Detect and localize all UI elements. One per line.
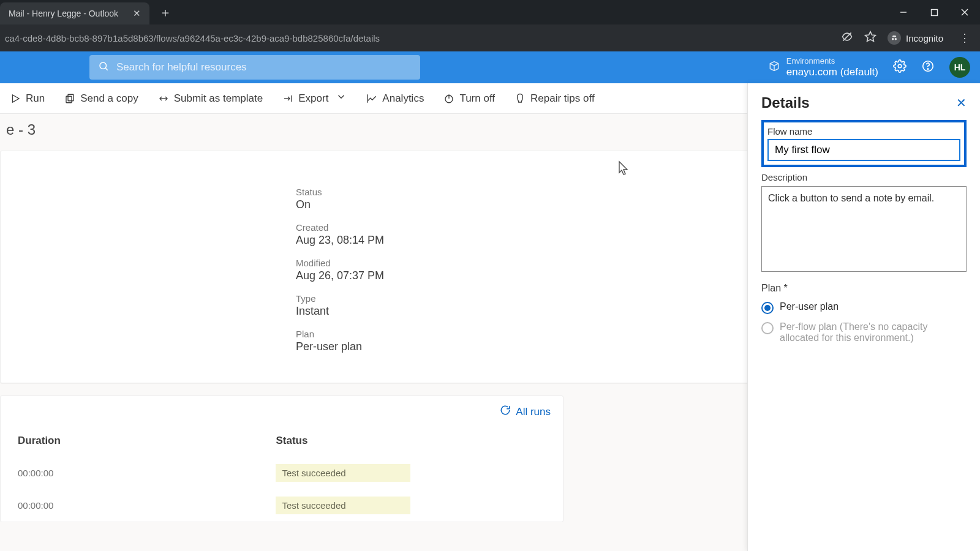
- details-panel: Details ✕ Flow name Description Plan * P…: [747, 83, 980, 551]
- plan-label: Plan: [296, 329, 765, 339]
- svg-marker-14: [13, 95, 20, 102]
- repair-tips-label: Repair tips off: [530, 92, 595, 105]
- submit-template-button[interactable]: Submit as template: [151, 92, 271, 105]
- search-input[interactable]: [116, 61, 412, 73]
- status-field: Status On: [296, 187, 765, 211]
- bookmark-star-icon[interactable]: [864, 31, 876, 45]
- radio-unchecked-icon: [761, 322, 774, 334]
- plan-option2-label: Per-flow plan (There's no capacity alloc…: [780, 321, 967, 343]
- details-card: Edit Status On Created Aug 23, 08:14 PM …: [0, 151, 779, 383]
- type-label: Type: [296, 293, 765, 304]
- send-copy-button[interactable]: Send a copy: [57, 92, 146, 105]
- search-icon: [98, 61, 109, 74]
- type-field: Type Instant: [296, 293, 765, 318]
- type-value: Instant: [296, 305, 765, 318]
- panel-title: Details: [761, 94, 810, 111]
- send-copy-label: Send a copy: [80, 92, 138, 105]
- svg-point-8: [100, 62, 107, 69]
- col-status: Status: [271, 425, 551, 457]
- eye-off-icon[interactable]: [841, 31, 853, 45]
- chevron-down-icon: [336, 91, 347, 105]
- analytics-button[interactable]: Analytics: [359, 92, 431, 105]
- url-text[interactable]: ca4-cde8-4d8b-bcb8-897b1a5d8b63/flows/a9…: [5, 33, 841, 43]
- browser-tab-title: Mail - Henry Legge - Outlook: [9, 9, 118, 18]
- svg-rect-16: [66, 96, 72, 103]
- plan-option-per-flow[interactable]: Per-flow plan (There's no capacity alloc…: [761, 321, 967, 343]
- runs-card: All runs Duration Status 00:00:00 Test s…: [0, 395, 564, 522]
- help-icon[interactable]: [921, 59, 935, 75]
- description-input[interactable]: [761, 186, 967, 272]
- plan-label: Plan *: [761, 283, 967, 294]
- gear-icon[interactable]: [893, 59, 907, 75]
- turn-off-label: Turn off: [459, 92, 495, 105]
- created-field: Created Aug 23, 08:14 PM: [296, 222, 765, 247]
- analytics-label: Analytics: [382, 92, 424, 105]
- table-row[interactable]: 00:00:00 Test succeeded: [13, 457, 551, 489]
- duration-cell: 00:00:00: [13, 489, 271, 522]
- incognito-indicator[interactable]: Incognito: [888, 31, 943, 45]
- svg-point-7: [895, 38, 897, 40]
- export-label: Export: [298, 92, 328, 105]
- avatar-initials: HL: [954, 62, 966, 72]
- refresh-icon[interactable]: [500, 405, 511, 419]
- panel-close-button[interactable]: ✕: [956, 96, 967, 110]
- modified-label: Modified: [296, 258, 765, 268]
- svg-rect-1: [931, 9, 937, 15]
- col-duration: Duration: [13, 425, 271, 457]
- status-cell: Test succeeded: [276, 497, 410, 514]
- run-label: Run: [26, 92, 45, 105]
- modified-field: Modified Aug 26, 07:37 PM: [296, 258, 765, 282]
- browser-titlebar: Mail - Henry Legge - Outlook ✕ ＋: [0, 0, 980, 24]
- incognito-hat-icon: [888, 31, 901, 45]
- svg-point-6: [892, 38, 894, 40]
- environment-picker[interactable]: Environments enayu.com (default): [768, 57, 878, 78]
- plan-value: Per-user plan: [296, 340, 765, 353]
- new-tab-button[interactable]: ＋: [159, 4, 172, 21]
- plan-option-per-user[interactable]: Per-user plan: [761, 301, 967, 314]
- window-maximize-button[interactable]: [919, 0, 949, 24]
- plan-option1-label: Per-user plan: [780, 301, 839, 312]
- window-minimize-button[interactable]: [888, 0, 919, 24]
- plan-field: Plan Per-user plan: [296, 329, 765, 353]
- close-tab-icon[interactable]: ✕: [133, 8, 141, 19]
- svg-marker-5: [865, 32, 876, 42]
- window-close-button[interactable]: [949, 0, 980, 24]
- modified-value: Aug 26, 07:37 PM: [296, 269, 765, 282]
- flow-name-input[interactable]: [767, 139, 960, 161]
- svg-line-9: [105, 68, 107, 70]
- incognito-label: Incognito: [906, 33, 943, 43]
- submit-template-label: Submit as template: [174, 92, 263, 105]
- user-avatar[interactable]: HL: [949, 57, 970, 78]
- environment-label: Environments: [786, 57, 878, 66]
- created-label: Created: [296, 222, 765, 233]
- status-label: Status: [296, 187, 765, 197]
- flow-name-label: Flow name: [767, 126, 960, 137]
- status-cell: Test succeeded: [276, 464, 410, 482]
- svg-rect-15: [68, 94, 74, 101]
- repair-tips-button[interactable]: Repair tips off: [507, 92, 602, 105]
- browser-tab[interactable]: Mail - Henry Legge - Outlook ✕: [0, 2, 149, 24]
- radio-checked-icon: [761, 302, 774, 314]
- flow-name-highlight: Flow name: [761, 120, 967, 167]
- runs-table: Duration Status 00:00:00 Test succeeded …: [13, 425, 551, 522]
- all-runs-link[interactable]: All runs: [516, 406, 551, 418]
- status-value: On: [296, 198, 765, 211]
- svg-point-13: [927, 69, 928, 69]
- turn-off-button[interactable]: Turn off: [436, 92, 502, 105]
- duration-cell: 00:00:00: [13, 457, 271, 489]
- svg-point-11: [898, 64, 902, 68]
- search-box[interactable]: [89, 55, 420, 80]
- created-value: Aug 23, 08:14 PM: [296, 234, 765, 247]
- description-label: Description: [761, 172, 967, 182]
- browser-address-bar: ca4-cde8-4d8b-bcb8-897b1a5d8b63/flows/a9…: [0, 24, 980, 51]
- table-row[interactable]: 00:00:00 Test succeeded: [13, 489, 551, 522]
- export-button[interactable]: Export: [275, 91, 354, 105]
- environment-name: enayu.com (default): [786, 66, 878, 78]
- run-button[interactable]: Run: [2, 92, 52, 105]
- app-top-bar: Environments enayu.com (default) HL: [0, 51, 980, 83]
- environment-icon: [768, 60, 780, 75]
- browser-menu-icon[interactable]: ⋮: [954, 31, 975, 45]
